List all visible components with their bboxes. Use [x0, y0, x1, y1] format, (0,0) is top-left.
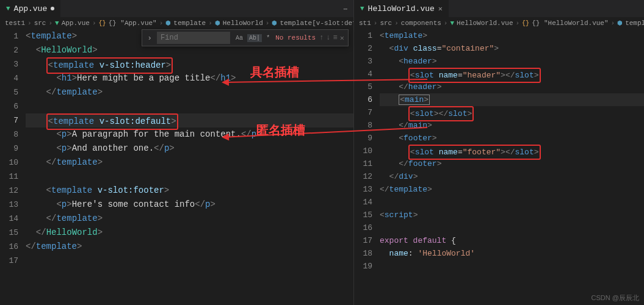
- tab-bar-right: ▼ HelloWorld.vue ✕: [354, 0, 644, 17]
- vue-icon: ▼: [6, 5, 10, 12]
- vue-icon: ▼: [360, 5, 364, 12]
- tab-overflow[interactable]: ⋯: [338, 5, 353, 13]
- tab-bar-left: ▼ App.vue ⋯: [0, 0, 353, 17]
- breadcrumb-right[interactable]: st1› src› components› ▼HelloWorld.vue› {…: [354, 17, 644, 29]
- find-word[interactable]: Ab|: [247, 34, 262, 42]
- find-prev[interactable]: ↑: [319, 34, 324, 43]
- tab-label: App.vue: [14, 4, 48, 13]
- editor-right[interactable]: 12345678910111213141516171819 <template>…: [354, 29, 644, 305]
- find-input[interactable]: [157, 32, 230, 44]
- breadcrumb-left[interactable]: test1› src› ▼App.vue› {}{} "App.vue"› ⬢t…: [0, 17, 353, 29]
- find-case[interactable]: Aa: [234, 34, 245, 42]
- find-close[interactable]: ✕: [340, 34, 344, 43]
- modified-dot: [51, 7, 54, 10]
- watermark: CSDN @辰辰北: [592, 293, 639, 303]
- find-selection[interactable]: ≡: [333, 34, 338, 43]
- find-regex[interactable]: *: [264, 34, 272, 42]
- tab-app-vue[interactable]: ▼ App.vue: [0, 0, 60, 17]
- gutter-left: 1234567891011121314151617: [0, 29, 26, 305]
- editor-left[interactable]: 1234567891011121314151617 <template> <He…: [0, 29, 353, 305]
- annotation-named-slot: 具名插槽: [250, 64, 299, 81]
- gutter-right: 12345678910111213141516171819: [354, 29, 380, 305]
- find-next[interactable]: ↓: [326, 34, 330, 43]
- close-icon[interactable]: ✕: [438, 4, 443, 13]
- annotation-anonymous-slot: 匿名插槽: [256, 122, 305, 138]
- find-bar: › Aa Ab| * No results ↑ ↓ ≡ ✕: [142, 29, 349, 46]
- find-expand-icon[interactable]: ›: [146, 34, 153, 43]
- tab-label: HelloWorld.vue: [368, 4, 435, 13]
- code-left[interactable]: <template> <HelloWorld> <template v-slot…: [26, 29, 353, 305]
- tab-helloworld-vue[interactable]: ▼ HelloWorld.vue ✕: [354, 0, 449, 17]
- code-right[interactable]: <template> <div class="container"> <head…: [380, 29, 644, 305]
- find-results: No results: [275, 34, 316, 41]
